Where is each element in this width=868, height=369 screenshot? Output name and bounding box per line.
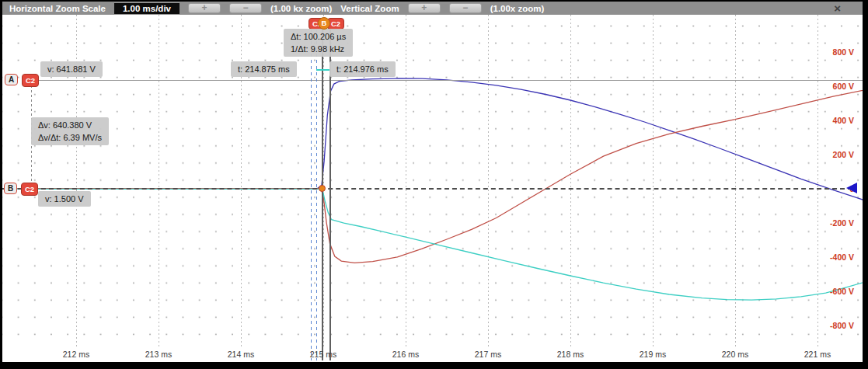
cursor-a-channel-tag[interactable]: C2 [22,74,39,87]
time-tick-label: 221 ms [797,350,838,359]
inv-delta-t-value: 1/Δt: 9.98 kHz [291,43,346,55]
blue-trace [2,78,863,202]
delta-t-readout: Δt: 100.206 µs 1/Δt: 9.98 kHz [284,29,353,57]
vertical-zoom-label: Vertical Zoom [340,4,399,13]
voltage-cursor-b-line[interactable] [2,188,852,190]
time-cursor-b-readout: t: 214.976 ms [329,61,396,77]
horizontal-zoom-readout: (1.00 kx zoom) [270,4,332,13]
delta-v-value: Δv: 640.380 V [38,119,102,131]
channel-zero-level-arrow-icon[interactable] [846,183,857,193]
dv-dt-value: Δv/Δt: 6.39 MV/s [38,131,102,144]
vertical-zoom-in-button[interactable]: + [408,3,441,13]
time-tick-label: 220 ms [715,350,755,359]
time-tick-label: 216 ms [385,350,426,359]
time-tick-label: 217 ms [468,350,508,359]
delta-t-value: Δt: 100.206 µs [291,30,346,43]
scope-zoom-window: Horizontal Zoom Scale 1.00 ms/div + − (1… [0,0,868,369]
vertical-zoom-readout: (1.00x zoom) [490,4,545,13]
time-cursor-b-line[interactable] [322,27,323,360]
time-cursor-a-dropline[interactable] [316,29,317,360]
cursor-a-voltage-readout: v: 641.881 V [40,61,103,77]
voltage-cursor-a-line[interactable] [37,80,863,81]
time-tick-label: 214 ms [221,350,261,359]
time-tick-label: 219 ms [633,350,673,359]
horizontal-zoom-out-button[interactable]: − [229,3,262,13]
close-icon[interactable]: × [834,2,841,15]
cursor-a-tag[interactable]: A [5,74,18,85]
trigger-b-tag[interactable]: B [318,17,330,30]
red-trace [2,89,863,263]
time-cursor-b-dropline[interactable] [329,27,331,360]
time-axis: 212 ms213 ms214 ms215 ms216 ms217 ms218 … [2,350,863,360]
vertical-zoom-out-button[interactable]: − [449,3,482,13]
time-tick-label: 212 ms [56,350,96,359]
time-tick-label: 218 ms [550,350,591,359]
horizontal-scale-value[interactable]: 1.00 ms/div [114,3,180,14]
time-tick-label: 213 ms [138,350,179,359]
cursor-b-channel-tag[interactable]: C2 [21,183,38,196]
horizontal-zoom-in-button[interactable]: + [188,3,221,13]
waveform-plot[interactable]: C2 C2 B A C2 B C2 v: 641.881 V v: 1.500 … [2,15,863,362]
horizontal-zoom-scale-label: Horizontal Zoom Scale [9,4,106,13]
delta-v-readout: Δv: 640.380 V Δv/Δt: 6.39 MV/s [31,117,109,145]
trigger-point-icon [319,185,326,192]
time-cursor-a-readout: t: 214.875 ms [231,61,297,77]
time-tick-label: 215 ms [303,350,343,359]
cursor-b-voltage-readout: v: 1.500 V [38,191,91,207]
delta-t-connector [316,69,330,71]
zoom-toolbar: Horizontal Zoom Scale 1.00 ms/div + − (1… [2,2,863,15]
cursor-b-tag[interactable]: B [4,183,17,194]
time-cursor-a-line[interactable] [311,29,312,360]
